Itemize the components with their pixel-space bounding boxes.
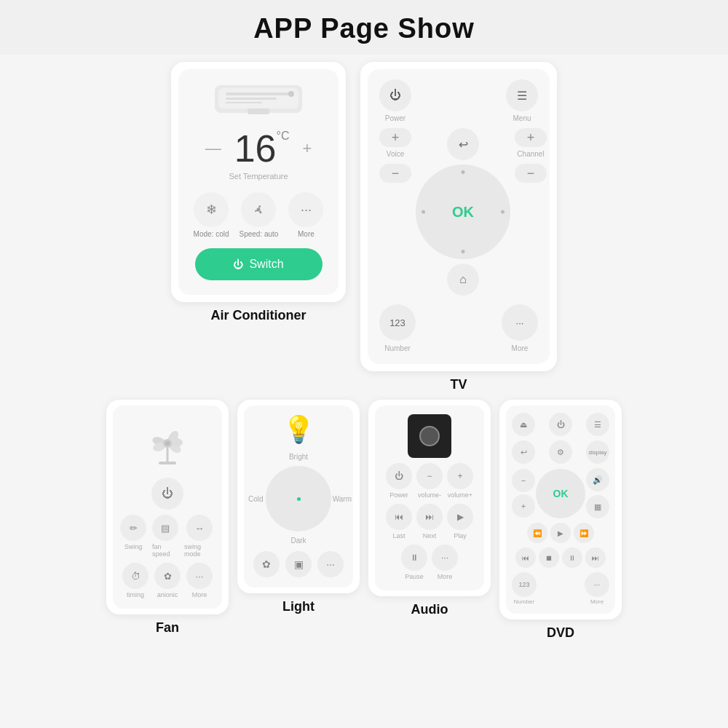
tv-channel-minus[interactable]: −	[515, 164, 547, 183]
fan-svg	[138, 416, 197, 471]
dvd-bottom-row: 123 Number ··· More	[512, 572, 609, 605]
dvd-ok-button[interactable]: OK	[553, 488, 569, 499]
ac-card-label: Air Conditioner	[211, 308, 306, 323]
light-warm-label: Warm	[333, 495, 352, 503]
tv-menu-label: Menu	[513, 114, 531, 122]
ac-mode-button[interactable]: ❄	[194, 192, 229, 227]
svg-point-6	[288, 91, 294, 97]
dvd-back-item: ↩	[512, 440, 535, 464]
dvd-inner: ⏏ ⏻ ☰ ↩	[506, 405, 615, 614]
tv-number-button[interactable]: 123	[379, 304, 416, 341]
fan-speed-label: fan speed	[152, 543, 178, 558]
audio-play-label: Play	[454, 532, 467, 539]
tv-number-label: Number	[384, 344, 411, 352]
audio-last-button[interactable]: ⏮	[386, 504, 412, 530]
audio-volplus-button[interactable]: +	[447, 463, 473, 489]
ac-minus-button[interactable]: —	[205, 139, 221, 158]
dvd-power-button[interactable]: ⏻	[549, 413, 572, 436]
light-ctrl-2[interactable]: ▣	[285, 551, 312, 577]
ac-speed-button[interactable]	[241, 192, 276, 227]
dvd-back-button[interactable]: ↩	[512, 440, 535, 464]
dvd-eject-button[interactable]: ⏏	[512, 413, 535, 436]
tv-channel-col: + Channel −	[515, 128, 547, 183]
fan-power-button[interactable]: ⏻	[151, 478, 183, 510]
light-ctrl-1[interactable]: ✿	[253, 551, 280, 577]
tv-menu-button[interactable]: ☰	[506, 79, 538, 111]
dvd-pause-button[interactable]: ⏸	[562, 547, 582, 568]
tv-card: ⏻ Power ☰ Menu + Voice −	[360, 62, 557, 371]
audio-volplus-label: volume+	[448, 491, 472, 499]
light-ctrl-3[interactable]: ···	[317, 551, 344, 577]
audio-pause-item: ⏸ Pause	[401, 545, 427, 580]
power-icon: ⏻	[233, 258, 243, 270]
fan-anionic-button[interactable]: ✿	[154, 563, 181, 589]
tv-back-button[interactable]: ↩	[447, 128, 479, 160]
audio-play-button[interactable]: ▶	[447, 504, 473, 530]
dvd-menu-button[interactable]: ☰	[586, 413, 609, 436]
dvd-plus-button[interactable]: +	[512, 494, 535, 518]
dvd-grid-button[interactable]: ▦	[586, 495, 609, 518]
tv-channel-plus[interactable]: +	[515, 128, 547, 147]
dvd-vol-icon[interactable]: 🔊	[586, 468, 609, 491]
tv-nav-dot-bottom	[462, 250, 465, 253]
dvd-display-item: display	[586, 440, 609, 464]
dvd-display-button[interactable]: display	[586, 440, 609, 464]
audio-volminus-button[interactable]: −	[416, 463, 443, 489]
audio-pause-button[interactable]: ⏸	[401, 545, 427, 571]
dvd-more-button[interactable]: ···	[585, 572, 609, 597]
fan-speed-item: ▤ fan speed	[152, 515, 178, 558]
audio-more-label: More	[438, 573, 453, 580]
ac-temperature-value: 16	[234, 130, 277, 167]
light-bulb-icon: 💡	[282, 414, 315, 445]
fan-swingmode-button[interactable]: ↔	[186, 515, 213, 541]
tv-number-col: 123 Number	[379, 304, 416, 352]
tv-nav-dot-left	[422, 210, 425, 214]
fan-timing-button[interactable]: ⏱	[122, 563, 149, 589]
page-title: APP Page Show	[0, 13, 728, 44]
light-dark-label: Dark	[290, 537, 306, 545]
bottom-row: ⏻ ✏ Swing ▤ fan speed ↔ swing mode	[15, 400, 713, 641]
dvd-card-label: DVD	[547, 625, 574, 641]
fan-card-label: Fan	[156, 620, 179, 636]
dvd-ff-button[interactable]: ⏩	[574, 523, 594, 543]
audio-power-label: Power	[389, 491, 408, 499]
audio-more-button[interactable]: ···	[432, 545, 458, 571]
page-title-section: APP Page Show	[0, 0, 728, 55]
dvd-gear-button[interactable]: ⚙	[549, 440, 572, 464]
audio-speaker-icon	[408, 414, 451, 458]
audio-next-button[interactable]: ⏭	[416, 504, 443, 530]
tv-power-label: Power	[385, 114, 405, 122]
svg-point-7	[257, 208, 261, 212]
tv-top-row: ⏻ Power ☰ Menu	[379, 79, 538, 122]
audio-row1: ⏻ Power − volume- + volume+	[386, 463, 473, 499]
tv-voice-minus[interactable]: −	[379, 164, 411, 183]
dvd-rew-button[interactable]: ⏪	[527, 523, 547, 543]
tv-voice-col: + Voice −	[379, 128, 411, 183]
audio-row3: ⏸ Pause ··· More	[401, 545, 458, 580]
tv-more-button[interactable]: ···	[502, 304, 538, 341]
audio-power-button[interactable]: ⏻	[386, 463, 412, 489]
fan-card: ⏻ ✏ Swing ▤ fan speed ↔ swing mode	[106, 400, 229, 614]
tv-home-button[interactable]: ⌂	[447, 264, 479, 296]
light-card-wrapper: 💡 Bright Cold Warm Dark ✿ ▣ ···	[237, 400, 360, 641]
ac-switch-button[interactable]: ⏻ Switch	[195, 248, 323, 280]
ac-more-button[interactable]: ···	[288, 192, 323, 227]
fan-swing-button[interactable]: ✏	[120, 515, 146, 541]
light-inner: 💡 Bright Cold Warm Dark ✿ ▣ ···	[244, 405, 353, 587]
tv-power-col: ⏻ Power	[379, 79, 411, 122]
light-dial-button[interactable]	[266, 466, 331, 531]
dvd-stop-button[interactable]: ⏹	[539, 547, 559, 568]
tv-ok-button[interactable]: OK	[452, 204, 474, 221]
dvd-number-button[interactable]: 123	[512, 572, 537, 597]
fan-speed-button[interactable]: ▤	[152, 515, 178, 541]
tv-power-button[interactable]: ⏻	[379, 79, 411, 111]
ac-plus-button[interactable]: +	[302, 139, 312, 158]
ac-card: — 16 °C + Set Temperature ❄ Mode: cold	[171, 62, 346, 302]
fan-illustration	[135, 414, 200, 472]
dvd-next-button[interactable]: ⏭	[585, 547, 606, 568]
dvd-play-button[interactable]: ▶	[550, 523, 571, 543]
fan-more-button[interactable]: ···	[186, 563, 213, 589]
dvd-prev-button[interactable]: ⏮	[515, 547, 536, 568]
tv-voice-plus[interactable]: +	[379, 128, 411, 147]
dvd-minus-button[interactable]: −	[512, 469, 535, 492]
